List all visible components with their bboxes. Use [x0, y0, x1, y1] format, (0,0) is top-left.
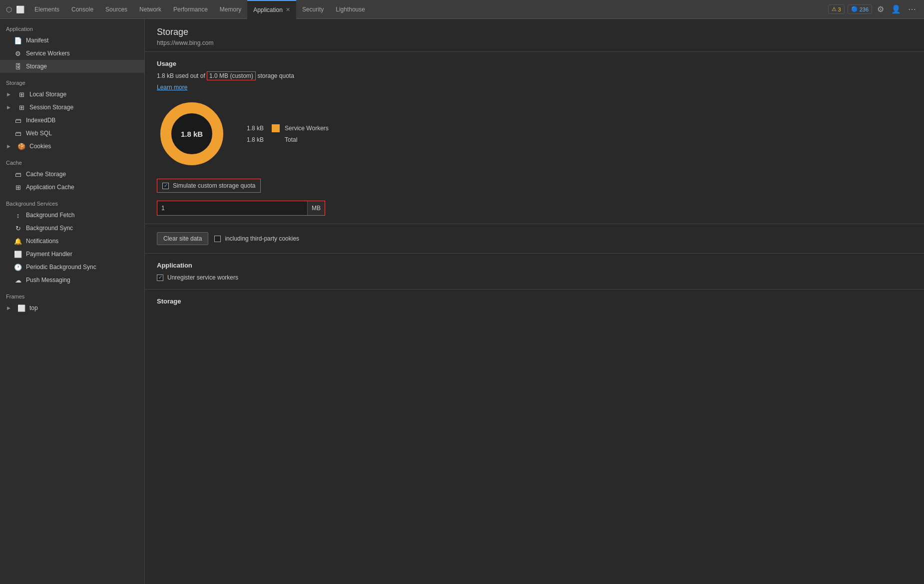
storage-section-title: Storage — [157, 297, 912, 305]
cache-storage-icon: 🗃 — [14, 171, 22, 178]
push-messaging-icon: ☁ — [14, 277, 22, 284]
clear-section: Clear site data including third-party co… — [145, 224, 924, 254]
sidebar-item-indexeddb[interactable]: 🗃 IndexedDB — [0, 114, 144, 127]
sidebar-item-storage[interactable]: 🗄 Storage — [0, 60, 144, 73]
sidebar-item-service-workers[interactable]: ⚙ Service Workers — [0, 47, 144, 60]
settings-icon[interactable]: ⚙ — [875, 3, 886, 15]
donut-chart: 1.8 kB — [157, 99, 227, 169]
web-sql-icon: 🗃 — [14, 130, 22, 137]
simulate-checkbox[interactable] — [162, 183, 169, 189]
more-icon[interactable]: ⋯ — [906, 3, 918, 15]
session-storage-icon: ⊞ — [17, 104, 25, 111]
sidebar-item-push-messaging[interactable]: ☁ Push Messaging — [0, 274, 144, 287]
quota-input-row: MB — [157, 201, 912, 216]
sidebar-item-local-storage[interactable]: ▶ ⊞ Local Storage — [0, 88, 144, 101]
legend-sw-color — [272, 124, 280, 132]
page-url: https://www.bing.com — [157, 39, 912, 46]
application-clear-section: Application Unregister service workers — [145, 254, 924, 290]
chart-area: 1.8 kB 1.8 kB Service Workers 1.8 kB Tot… — [157, 99, 912, 169]
local-storage-arrow: ▶ — [7, 92, 10, 97]
device-icon[interactable]: ⬜ — [16, 5, 24, 13]
warning-badge[interactable]: ⚠ 3 — [828, 4, 845, 14]
top-arrow: ▶ — [7, 305, 10, 310]
simulate-label: Simulate custom storage quota — [173, 182, 255, 189]
tab-bar-right: ⚠ 3 🔵 236 ⚙ 👤 ⋯ — [828, 3, 922, 15]
sidebar-item-notifications[interactable]: 🔔 Notifications — [0, 235, 144, 248]
local-storage-icon: ⊞ — [17, 91, 25, 98]
sidebar-item-periodic-bg-sync[interactable]: 🕐 Periodic Background Sync — [0, 261, 144, 274]
periodic-bg-sync-icon: 🕐 — [14, 264, 22, 271]
quota-input[interactable] — [157, 201, 307, 215]
application-cache-icon: ⊞ — [14, 184, 22, 191]
sidebar-item-bg-sync[interactable]: ↻ Background Sync — [0, 222, 144, 235]
tab-elements[interactable]: Elements — [28, 0, 65, 19]
sidebar-section-cache: Cache — [0, 153, 144, 168]
sidebar-section-storage: Storage — [0, 73, 144, 88]
sidebar-item-session-storage[interactable]: ▶ ⊞ Session Storage — [0, 101, 144, 114]
sidebar-item-manifest[interactable]: 📄 Manifest — [0, 34, 144, 47]
cursor-icon[interactable]: ⬡ — [6, 5, 12, 13]
tab-lighthouse[interactable]: Lighthouse — [330, 0, 371, 19]
storage-icon: 🗄 — [14, 63, 22, 70]
top-icon: ⬜ — [17, 304, 25, 312]
sidebar-item-web-sql[interactable]: 🗃 Web SQL — [0, 127, 144, 140]
content-header: Storage https://www.bing.com — [145, 19, 924, 52]
legend-sw-value: 1.8 kB — [247, 125, 267, 132]
sidebar-section-frames: Frames — [0, 287, 144, 301]
info-icon: 🔵 — [851, 6, 858, 12]
sidebar-item-top[interactable]: ▶ ⬜ top — [0, 301, 144, 314]
content-area: Storage https://www.bing.com Usage 1.8 k… — [145, 19, 924, 584]
legend-total-name: Total — [285, 136, 297, 143]
storage-clear-section: Storage — [145, 290, 924, 318]
cookies-icon: 🍪 — [17, 143, 25, 150]
clear-label: including third-party cookies — [214, 235, 299, 242]
sidebar-item-cache-storage[interactable]: 🗃 Cache Storage — [0, 168, 144, 181]
legend-row-total: 1.8 kB Total — [247, 136, 329, 143]
custom-quota-badge: 1.0 MB (custom) — [207, 71, 256, 80]
main-layout: Application 📄 Manifest ⚙ Service Workers… — [0, 19, 924, 584]
simulate-row: Simulate custom storage quota — [157, 179, 261, 193]
page-title: Storage — [157, 27, 912, 37]
cookies-arrow: ▶ — [7, 144, 10, 149]
notifications-icon: 🔔 — [14, 238, 22, 245]
warning-icon: ⚠ — [832, 6, 837, 12]
usage-text: 1.8 kB used out of 1.0 MB (custom) stora… — [157, 72, 912, 79]
sidebar-item-cookies[interactable]: ▶ 🍪 Cookies — [0, 140, 144, 153]
sidebar-item-payment-handler[interactable]: ⬜ Payment Handler — [0, 248, 144, 261]
manifest-icon: 📄 — [14, 37, 22, 44]
tab-close-icon[interactable]: ✕ — [286, 6, 290, 13]
simulate-quota-wrapper: Simulate custom storage quota — [157, 179, 912, 198]
sidebar-item-application-cache[interactable]: ⊞ Application Cache — [0, 181, 144, 194]
sidebar-section-bg-services: Background Services — [0, 194, 144, 209]
profile-icon[interactable]: 👤 — [889, 3, 903, 15]
tab-network[interactable]: Network — [133, 0, 167, 19]
unregister-checkbox[interactable] — [157, 275, 163, 281]
info-badge[interactable]: 🔵 236 — [848, 4, 872, 14]
tab-sources[interactable]: Sources — [99, 0, 133, 19]
sidebar-section-application: Application — [0, 19, 144, 34]
learn-more-link[interactable]: Learn more — [157, 84, 187, 91]
payment-handler-icon: ⬜ — [14, 251, 22, 258]
tab-console[interactable]: Console — [65, 0, 99, 19]
clear-site-data-button[interactable]: Clear site data — [157, 232, 208, 245]
sidebar-item-bg-fetch[interactable]: ↕ Background Fetch — [0, 209, 144, 222]
unregister-row: Unregister service workers — [157, 274, 912, 281]
legend-area: 1.8 kB Service Workers 1.8 kB Total — [247, 124, 329, 143]
usage-section-title: Usage — [157, 60, 912, 67]
tab-application[interactable]: Application ✕ — [247, 0, 296, 19]
tab-bar: ⬡ ⬜ Elements Console Sources Network Per… — [0, 0, 924, 19]
tab-memory[interactable]: Memory — [214, 0, 247, 19]
legend-sw-name: Service Workers — [285, 125, 329, 132]
quota-unit: MB — [307, 201, 325, 215]
legend-row-sw: 1.8 kB Service Workers — [247, 124, 329, 132]
sidebar: Application 📄 Manifest ⚙ Service Workers… — [0, 19, 145, 584]
legend-total-value: 1.8 kB — [247, 136, 267, 143]
donut-svg — [157, 99, 227, 169]
third-party-cookies-checkbox[interactable] — [214, 236, 221, 242]
tab-performance[interactable]: Performance — [167, 0, 214, 19]
tab-security[interactable]: Security — [296, 0, 330, 19]
bg-fetch-icon: ↕ — [14, 212, 22, 219]
indexeddb-icon: 🗃 — [14, 117, 22, 124]
quota-input-wrapper: MB — [157, 201, 325, 216]
application-section-title: Application — [157, 262, 912, 269]
